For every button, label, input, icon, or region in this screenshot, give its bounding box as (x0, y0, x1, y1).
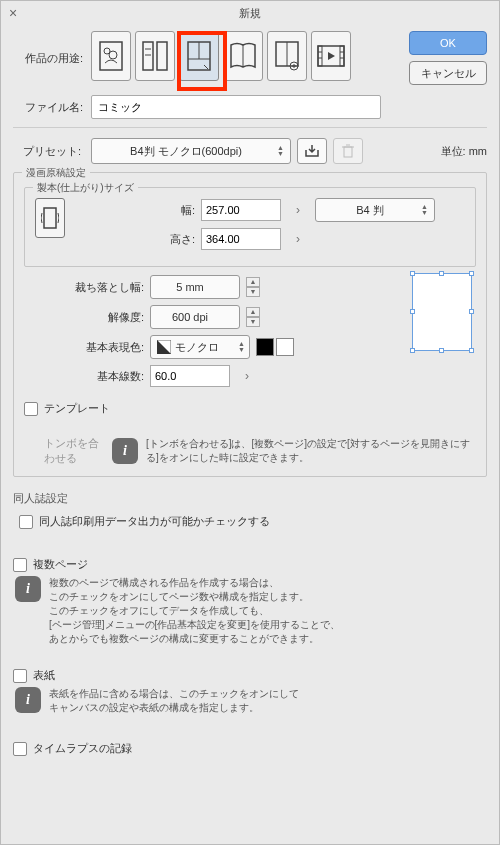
svg-point-2 (109, 51, 117, 59)
unit-label: 単位: mm (441, 144, 487, 159)
use-label: 作品の用途: (13, 31, 91, 66)
height-input[interactable] (201, 228, 281, 250)
bleed-select[interactable]: 5 mm (150, 275, 240, 299)
svg-rect-0 (100, 42, 122, 70)
doujin-section-title: 同人誌設定 (13, 491, 487, 506)
resolution-select[interactable]: 600 dpi (150, 305, 240, 329)
multipage-label: 複数ページ (33, 557, 88, 572)
use-comic-icon[interactable] (179, 31, 219, 81)
width-label: 幅: (75, 203, 195, 218)
svg-rect-4 (157, 42, 167, 70)
cancel-button[interactable]: キャンセル (409, 61, 487, 85)
preset-label: プリセット: (13, 144, 85, 159)
resolution-label: 解像度: (24, 310, 144, 325)
height-label: 高さ: (75, 232, 195, 247)
use-printing-icon[interactable] (267, 31, 307, 81)
use-illustration-icon[interactable] (91, 31, 131, 81)
swatch-white[interactable] (276, 338, 294, 356)
binding-group-title: 製本(仕上がり)サイズ (33, 181, 138, 195)
preset-delete-icon[interactable] (333, 138, 363, 164)
filename-input[interactable] (91, 95, 381, 119)
info-icon: i (15, 687, 41, 713)
close-icon[interactable]: × (9, 5, 17, 21)
size-preset-select[interactable]: B4 判 ▲▼ (315, 198, 435, 222)
resolution-spinner[interactable]: ▲▼ (246, 307, 260, 327)
use-book-icon[interactable] (223, 31, 263, 81)
timelapse-checkbox[interactable] (13, 742, 27, 756)
dialog-title: 新規 (239, 6, 261, 21)
preset-select[interactable]: B4判 モノクロ(600dpi) ▲▼ (91, 138, 291, 164)
manga-group-title: 漫画原稿設定 (22, 166, 90, 180)
timelapse-label: タイムラプスの記録 (33, 741, 132, 756)
filename-label: ファイル名: (13, 100, 91, 115)
multipage-checkbox[interactable] (13, 558, 27, 572)
mono-icon (157, 340, 171, 354)
use-animation-icon[interactable] (311, 31, 351, 81)
trim-align-label: トンボを合わせる (44, 436, 104, 466)
trim-info-text: [トンボを合わせる]は、[複数ページ]の設定で[対するページを見開きにする]をオ… (146, 437, 476, 465)
bleed-spinner[interactable]: ▲▼ (246, 277, 260, 297)
use-webtoon-icon[interactable] (135, 31, 175, 81)
template-checkbox[interactable] (24, 402, 38, 416)
preset-save-icon[interactable] (297, 138, 327, 164)
swatch-black[interactable] (256, 338, 274, 356)
svg-rect-21 (344, 147, 352, 157)
manga-settings-group: 漫画原稿設定 製本(仕上がり)サイズ 幅: › B4 判 (13, 172, 487, 477)
chevron-updown-icon: ▲▼ (277, 145, 284, 157)
multipage-info: 複数のページで構成される作品を作成する場合は、 このチェックをオンにしてページ数… (49, 576, 340, 646)
use-icon-group (91, 31, 351, 81)
link-arrow-icon[interactable]: › (287, 199, 309, 221)
width-input[interactable] (201, 199, 281, 221)
bleed-label: 裁ち落とし幅: (24, 280, 144, 295)
svg-rect-3 (143, 42, 153, 70)
lines-input[interactable] (150, 365, 230, 387)
titlebar: × 新規 (1, 1, 499, 25)
new-dialog: × 新規 作品の用途: (0, 0, 500, 845)
color-label: 基本表現色: (24, 340, 144, 355)
template-label: テンプレート (44, 401, 110, 416)
lines-arrow-icon[interactable]: › (236, 365, 258, 387)
orientation-toggle[interactable] (35, 198, 65, 238)
doujin-check-checkbox[interactable] (19, 515, 33, 529)
ok-button[interactable]: OK (409, 31, 487, 55)
binding-size-group: 製本(仕上がり)サイズ 幅: › B4 判 ▲▼ (24, 187, 476, 267)
cover-checkbox[interactable] (13, 669, 27, 683)
cover-info: 表紙を作品に含める場合は、このチェックをオンにして キャンバスの設定や表紙の構成… (49, 687, 299, 715)
svg-rect-24 (44, 208, 56, 228)
page-preview (412, 273, 472, 351)
link-arrow-icon-2[interactable]: › (287, 228, 309, 250)
cover-label: 表紙 (33, 668, 55, 683)
lines-label: 基本線数: (24, 369, 144, 384)
doujin-check-label: 同人誌印刷用データ出力が可能かチェックする (39, 514, 270, 529)
color-mode-select[interactable]: モノクロ ▲▼ (150, 335, 250, 359)
info-icon: i (112, 438, 138, 464)
info-icon: i (15, 576, 41, 602)
